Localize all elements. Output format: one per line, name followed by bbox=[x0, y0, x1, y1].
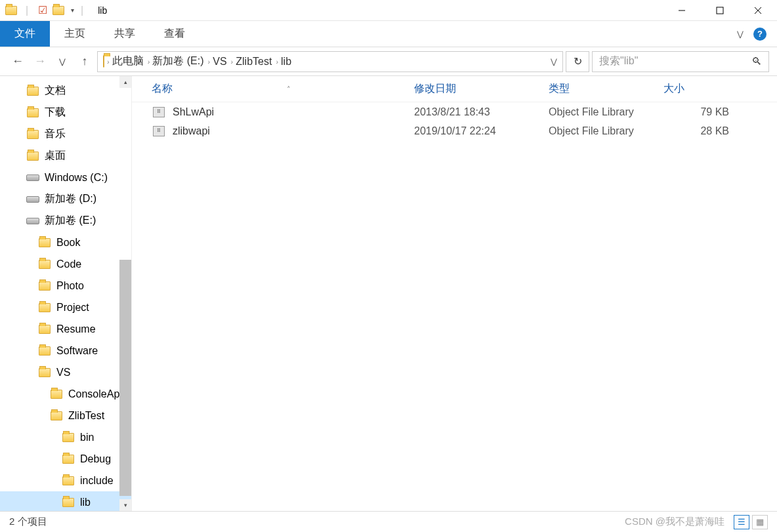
file-type: Object File Library bbox=[549, 125, 663, 137]
tree-node[interactable]: 音乐 bbox=[0, 123, 131, 145]
qat-chevron-icon[interactable]: ▾ bbox=[71, 7, 74, 14]
folder-icon bbox=[5, 5, 17, 16]
svg-rect-1 bbox=[717, 7, 723, 14]
forward-button[interactable]: → bbox=[30, 52, 50, 72]
qat-separator: | bbox=[21, 5, 33, 16]
breadcrumb-item[interactable]: ZlibTest› bbox=[236, 56, 278, 68]
back-button[interactable]: ← bbox=[8, 52, 28, 72]
column-date[interactable]: 修改日期 bbox=[414, 82, 549, 96]
file-name: ShLwApi bbox=[173, 106, 414, 118]
navigation-tree[interactable]: 文档下载音乐桌面Windows (C:)新加卷 (D:)新加卷 (E:)Book… bbox=[0, 76, 131, 511]
column-type[interactable]: 类型 bbox=[549, 82, 663, 96]
sort-indicator-icon: ˄ bbox=[287, 85, 291, 93]
tab-share[interactable]: 共享 bbox=[100, 21, 150, 47]
file-date: 2019/10/17 22:24 bbox=[414, 125, 549, 137]
tree-node-label: include bbox=[80, 475, 114, 487]
search-placeholder: 搜索"lib" bbox=[599, 54, 638, 68]
quick-access-toolbar: | ☑ ▾ | lib bbox=[0, 5, 107, 16]
tree-node[interactable]: Code bbox=[0, 253, 131, 275]
column-size[interactable]: 大小 bbox=[663, 82, 777, 96]
tree-node-label: 文档 bbox=[45, 84, 66, 98]
tree-node-label: Resume bbox=[56, 323, 96, 335]
tree-node-label: 下载 bbox=[45, 106, 66, 119]
close-button[interactable] bbox=[739, 0, 777, 21]
tree-node-label: bin bbox=[80, 432, 94, 443]
column-name[interactable]: 名称 ˄ bbox=[152, 82, 414, 96]
drive-icon bbox=[26, 196, 39, 203]
tab-home[interactable]: 主页 bbox=[50, 21, 100, 47]
tree-node-label: Book bbox=[56, 237, 80, 249]
tree-node[interactable]: ConsoleApp bbox=[0, 383, 131, 405]
minimize-button[interactable] bbox=[663, 0, 701, 21]
scroll-down-icon[interactable]: ▾ bbox=[119, 499, 131, 511]
tree-node-label: VS bbox=[56, 367, 70, 379]
refresh-button[interactable]: ↻ bbox=[566, 51, 589, 72]
tree-node-label: lib bbox=[80, 497, 91, 508]
search-input[interactable]: 搜索"lib" 🔍︎ bbox=[592, 51, 769, 72]
window-title: lib bbox=[98, 5, 107, 16]
tab-view[interactable]: 查看 bbox=[150, 21, 200, 47]
scroll-up-icon[interactable]: ▴ bbox=[119, 76, 131, 88]
tree-node-label: Debug bbox=[80, 453, 111, 465]
chevron-right-icon[interactable]: › bbox=[107, 58, 110, 66]
folder-icon bbox=[50, 411, 63, 420]
tree-node[interactable]: 新加卷 (E:) bbox=[0, 210, 131, 232]
folder-icon bbox=[38, 346, 51, 356]
folder-icon bbox=[103, 56, 104, 68]
tree-node[interactable]: Software bbox=[0, 340, 131, 361]
tree-node[interactable]: Project bbox=[0, 297, 131, 318]
file-row[interactable]: ⠿zlibwapi2019/10/17 22:24Object File Lib… bbox=[132, 121, 777, 140]
folder-icon bbox=[62, 498, 75, 507]
file-row[interactable]: ⠿ShLwApi2013/8/21 18:43Object File Libra… bbox=[132, 102, 777, 121]
tree-node-label: 新加卷 (E:) bbox=[45, 214, 96, 228]
tree-node-label: Photo bbox=[56, 280, 84, 292]
tree-node-label: ConsoleApp bbox=[68, 388, 125, 400]
properties-icon[interactable]: ☑ bbox=[37, 5, 49, 16]
tree-node-label: Software bbox=[56, 345, 98, 357]
tree-node[interactable]: bin bbox=[0, 426, 131, 448]
tab-file[interactable]: 文件 bbox=[0, 21, 50, 47]
scrollbar-thumb[interactable] bbox=[119, 260, 131, 496]
folder-icon bbox=[26, 152, 39, 161]
tree-node[interactable]: 桌面 bbox=[0, 145, 131, 167]
breadcrumb-item[interactable]: 新加卷 (E:)› bbox=[152, 54, 210, 68]
tree-node[interactable]: Resume bbox=[0, 318, 131, 340]
tree-node-label: ZlibTest bbox=[68, 410, 104, 422]
tree-node-label: 桌面 bbox=[45, 149, 66, 163]
help-icon[interactable]: ? bbox=[753, 28, 766, 41]
breadcrumb-item[interactable]: lib bbox=[281, 56, 291, 68]
file-date: 2013/8/21 18:43 bbox=[414, 106, 549, 118]
up-button[interactable]: ↑ bbox=[75, 52, 94, 72]
folder-icon bbox=[26, 108, 39, 117]
folder-icon bbox=[26, 87, 39, 96]
details-view-button[interactable]: ☰ bbox=[734, 515, 749, 529]
file-icon: ⠿ bbox=[152, 107, 166, 117]
tree-node-label: Project bbox=[56, 302, 89, 314]
address-dropdown-icon[interactable]: ⋁ bbox=[551, 57, 557, 66]
folder-icon-2 bbox=[52, 5, 64, 16]
tree-node[interactable]: 文档 bbox=[0, 80, 131, 102]
address-bar[interactable]: › 此电脑› 新加卷 (E:)› VS› ZlibTest› lib ⋁ bbox=[97, 51, 563, 72]
ribbon-expand-icon[interactable]: ⋁ bbox=[737, 30, 744, 39]
tree-node[interactable]: lib bbox=[0, 491, 131, 511]
breadcrumb-item[interactable]: VS› bbox=[213, 56, 233, 68]
column-headers: 名称 ˄ 修改日期 类型 大小 bbox=[132, 76, 777, 102]
tree-node[interactable]: 下载 bbox=[0, 102, 131, 123]
folder-icon bbox=[62, 455, 75, 464]
recent-chevron-icon[interactable]: ⋁ bbox=[52, 52, 72, 72]
breadcrumb-item[interactable]: 此电脑› bbox=[112, 54, 150, 68]
tree-node[interactable]: Book bbox=[0, 232, 131, 253]
search-icon[interactable]: 🔍︎ bbox=[751, 56, 762, 68]
ribbon-tabs: 文件 主页 共享 查看 ⋁ ? bbox=[0, 21, 777, 47]
folder-icon bbox=[62, 433, 75, 442]
tree-node[interactable]: VS bbox=[0, 361, 131, 383]
tree-node[interactable]: Windows (C:) bbox=[0, 167, 131, 188]
tree-node[interactable]: Debug bbox=[0, 448, 131, 470]
maximize-button[interactable] bbox=[701, 0, 739, 21]
file-name: zlibwapi bbox=[173, 125, 414, 137]
tree-node[interactable]: 新加卷 (D:) bbox=[0, 188, 131, 210]
tree-node[interactable]: include bbox=[0, 470, 131, 491]
tree-node[interactable]: Photo bbox=[0, 275, 131, 297]
tree-node[interactable]: ZlibTest bbox=[0, 405, 131, 426]
icons-view-button[interactable]: ▦ bbox=[752, 515, 768, 529]
